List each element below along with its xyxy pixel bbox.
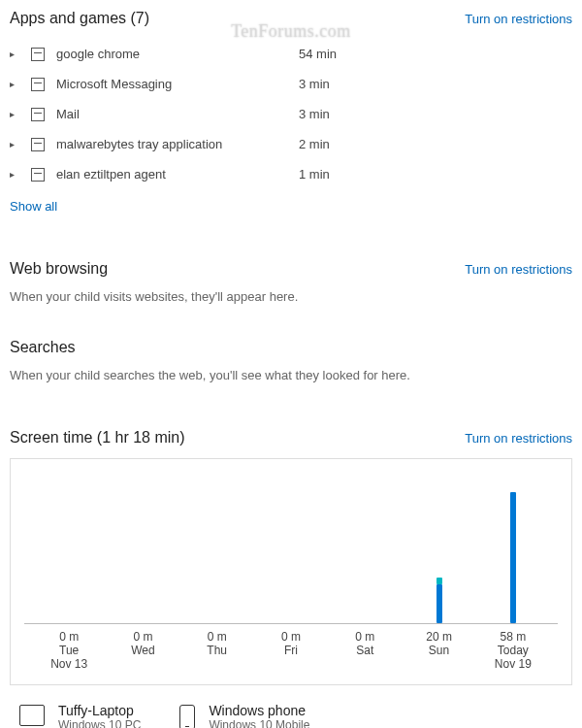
search-section-header: Searches — [10, 339, 572, 356]
chevron-right-icon: ▸ — [10, 109, 25, 119]
app-icon — [31, 78, 45, 91]
devices-list: Tuffy-Laptop Windows 10 PC 1 hr 15 min W… — [10, 703, 572, 728]
screentime-chart: 0 mTueNov 130 mWed0 mThu0 mFri0 mSat20 m… — [10, 458, 572, 685]
app-time: 3 min — [299, 77, 330, 91]
pc-icon — [19, 705, 45, 726]
device-name: Tuffy-Laptop — [58, 703, 141, 718]
phone-icon — [179, 705, 195, 728]
chart-axis-label: 20 mSun — [402, 630, 475, 671]
app-row[interactable]: ▸ malwarebytes tray application 2 min — [10, 129, 572, 159]
apps-section-title: Apps and games (7) — [10, 10, 149, 27]
screentime-section-title: Screen time (1 hr 18 min) — [10, 429, 185, 447]
screentime-section-header: Screen time (1 hr 18 min) Turn on restri… — [10, 429, 572, 447]
search-section-body: When your child searches the web, you'll… — [10, 368, 572, 382]
chart-bar-column — [106, 479, 179, 623]
app-time: 54 min — [299, 47, 337, 61]
app-time: 2 min — [299, 137, 330, 151]
web-restrict-link[interactable]: Turn on restrictions — [465, 262, 572, 277]
app-icon — [31, 138, 45, 151]
chart-bar-column — [180, 479, 254, 623]
web-section-title: Web browsing — [10, 260, 108, 278]
chart-axis-label: 0 mFri — [254, 630, 328, 671]
chart-bars-area — [24, 479, 558, 624]
chart-bar-column — [32, 479, 106, 623]
device-item: Windows phone Windows 10 Mobile 3 min — [179, 703, 309, 728]
chevron-right-icon: ▸ — [10, 79, 25, 89]
device-os: Windows 10 PC — [58, 718, 141, 728]
app-time: 1 min — [299, 167, 330, 182]
device-name: Windows phone — [209, 703, 309, 718]
chevron-right-icon: ▸ — [10, 169, 25, 180]
chart-axis-label: 0 mSat — [328, 630, 402, 671]
chart-bar-column — [402, 479, 475, 623]
device-item: Tuffy-Laptop Windows 10 PC 1 hr 15 min — [19, 703, 141, 728]
chevron-right-icon: ▸ — [10, 49, 25, 59]
search-section-title: Searches — [10, 339, 76, 356]
app-name: malwarebytes tray application — [56, 137, 299, 151]
app-row[interactable]: ▸ google chrome 54 min — [10, 39, 572, 69]
chart-bar-column — [476, 479, 550, 623]
chart-bar-segment — [436, 584, 442, 623]
web-section-body: When your child visits websites, they'll… — [10, 289, 572, 304]
apps-restrict-link[interactable]: Turn on restrictions — [465, 12, 572, 26]
app-row[interactable]: ▸ Mail 3 min — [10, 99, 572, 129]
chart-axis-label: 0 mWed — [106, 630, 179, 671]
chart-labels-row: 0 mTueNov 130 mWed0 mThu0 mFri0 mSat20 m… — [24, 624, 558, 671]
app-time: 3 min — [299, 107, 330, 121]
app-name: Microsoft Messaging — [56, 77, 299, 91]
chart-axis-label: 0 mThu — [180, 630, 254, 671]
app-icon — [31, 168, 45, 182]
app-icon — [31, 48, 45, 61]
chart-axis-label: 58 mTodayNov 19 — [476, 630, 550, 671]
screentime-restrict-link[interactable]: Turn on restrictions — [465, 431, 572, 446]
chevron-right-icon: ▸ — [10, 139, 25, 149]
chart-bar-segment — [510, 492, 516, 623]
chart-axis-label: 0 mTueNov 13 — [32, 630, 106, 671]
app-name: google chrome — [56, 47, 299, 61]
apps-list: ▸ google chrome 54 min ▸ Microsoft Messa… — [10, 39, 572, 189]
app-icon — [31, 108, 45, 121]
chart-bar-segment — [436, 578, 442, 584]
chart-bar-column — [254, 479, 328, 623]
app-row[interactable]: ▸ Microsoft Messaging 3 min — [10, 69, 572, 99]
app-row[interactable]: ▸ elan eztiltpen agent 1 min — [10, 159, 572, 189]
app-name: Mail — [56, 107, 299, 121]
chart-bar-column — [328, 479, 402, 623]
show-all-link[interactable]: Show all — [10, 199, 572, 214]
device-os: Windows 10 Mobile — [209, 718, 309, 728]
app-name: elan eztiltpen agent — [56, 167, 299, 182]
apps-section-header: Apps and games (7) Turn on restrictions — [10, 10, 572, 27]
web-section-header: Web browsing Turn on restrictions — [10, 260, 572, 278]
